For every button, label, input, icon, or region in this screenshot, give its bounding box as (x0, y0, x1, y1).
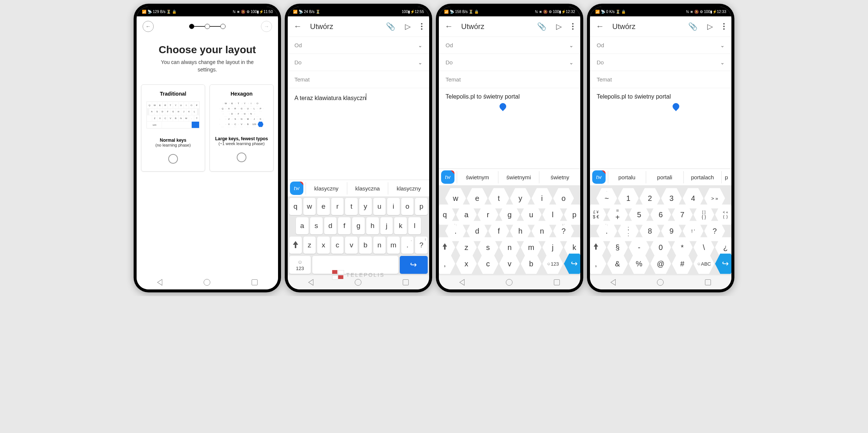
subject-field[interactable]: Temat (288, 71, 429, 88)
back-arrow-icon[interactable]: ← (443, 20, 454, 33)
key-z[interactable]: z (303, 237, 316, 254)
attach-icon[interactable]: 📎 (536, 20, 548, 32)
key-x[interactable]: x (456, 253, 477, 275)
key-v[interactable]: v (499, 253, 520, 275)
key-c[interactable]: c (478, 253, 498, 275)
nav-back-icon[interactable] (610, 279, 616, 286)
send-icon[interactable]: ▷ (555, 20, 563, 32)
radio-traditional[interactable] (168, 154, 178, 164)
key-comma[interactable]: , (590, 253, 606, 275)
key-r[interactable]: r (331, 198, 344, 215)
subject-field[interactable]: Temat (590, 71, 731, 88)
typewise-icon[interactable]: tw (290, 182, 303, 195)
suggestion[interactable]: klasyczna (347, 182, 388, 195)
key-n[interactable]: n (373, 237, 386, 254)
suggestion[interactable]: p (721, 171, 732, 183)
key-question[interactable]: !? (415, 237, 428, 254)
nav-recent-icon[interactable] (252, 279, 258, 285)
suggestion[interactable]: portalu (608, 171, 646, 183)
key-t[interactable]: t (345, 198, 358, 215)
key-123[interactable]: ☺123 (289, 256, 311, 274)
suggestion[interactable]: świetnym (457, 171, 498, 183)
key-123[interactable]: ☺123 (542, 253, 563, 275)
suggestion[interactable]: świetny (539, 171, 580, 183)
key-b[interactable]: b (521, 253, 542, 275)
typewise-icon[interactable]: tw (592, 170, 606, 184)
email-body-input[interactable]: Telepolis.pl to świetny portal (439, 88, 580, 169)
nav-recent-icon[interactable] (554, 279, 560, 285)
back-arrow-icon[interactable]: ← (594, 20, 606, 33)
nav-home-icon[interactable] (355, 279, 361, 286)
key-b[interactable]: b (359, 237, 372, 254)
key-at[interactable]: @ (650, 253, 671, 275)
email-body-input[interactable]: A teraz klawiatura klasyczn (288, 88, 429, 180)
key-y[interactable]: y (359, 198, 372, 215)
back-button[interactable]: ← (143, 21, 154, 32)
more-icon[interactable] (419, 21, 425, 32)
forward-button[interactable]: → (261, 21, 272, 32)
suggestion[interactable]: portali (646, 171, 684, 183)
cursor-handle-icon[interactable] (671, 102, 680, 111)
suggestion[interactable]: portalach (683, 171, 721, 183)
key-d[interactable]: d (324, 217, 337, 234)
key-period[interactable]: ,. (401, 237, 414, 254)
key-enter[interactable] (400, 256, 428, 274)
attach-icon[interactable]: 📎 (687, 20, 699, 32)
suggestion[interactable]: świetnymi (498, 171, 539, 183)
to-field[interactable]: Do ⌄ (288, 54, 429, 71)
suggestion[interactable]: klasyczny (306, 182, 347, 195)
to-field[interactable]: Do ⌄ (439, 54, 580, 71)
key-u[interactable]: u (373, 198, 386, 215)
key-shift[interactable] (289, 237, 302, 254)
key-h[interactable]: h (366, 217, 379, 234)
key-w[interactable]: w (303, 198, 316, 215)
key-hash[interactable]: # (672, 253, 693, 275)
key-m[interactable]: m (387, 237, 400, 254)
radio-hexagon[interactable] (237, 153, 246, 162)
key-x[interactable]: x (317, 237, 330, 254)
key-f[interactable]: f (338, 217, 351, 234)
send-icon[interactable]: ▷ (706, 20, 714, 32)
key-e[interactable]: e (317, 198, 330, 215)
key-comma[interactable]: , (439, 253, 455, 275)
key-i[interactable]: i (387, 198, 400, 215)
back-arrow-icon[interactable]: ← (292, 20, 303, 33)
more-icon[interactable] (721, 21, 727, 32)
send-icon[interactable]: ▷ (403, 20, 412, 32)
suggestion[interactable]: klasyczny (388, 182, 429, 195)
key-enter[interactable] (715, 253, 731, 275)
key-k[interactable]: k (394, 217, 407, 234)
key-j[interactable]: j (380, 217, 393, 234)
key-o[interactable]: o (401, 198, 414, 215)
to-field[interactable]: Do ⌄ (590, 54, 731, 71)
layout-card-traditional[interactable]: Traditional QWERTYUIOP ASDFGHJKL ZXCVBNM… (141, 84, 205, 171)
nav-back-icon[interactable] (157, 279, 162, 286)
key-enter[interactable] (564, 253, 580, 275)
nav-back-icon[interactable] (459, 279, 465, 286)
key-abc[interactable]: ☺ABC (693, 253, 714, 275)
nav-recent-icon[interactable] (705, 279, 711, 285)
subject-field[interactable]: Temat (439, 71, 580, 88)
key-amp[interactable]: & (607, 253, 628, 275)
cursor-handle-icon[interactable] (498, 102, 507, 111)
key-p[interactable]: p (415, 198, 428, 215)
key-g[interactable]: g (352, 217, 365, 234)
from-field[interactable]: Od ⌄ (439, 37, 580, 54)
key-l[interactable]: l (408, 217, 421, 234)
key-s[interactable]: s (310, 217, 323, 234)
attach-icon[interactable]: 📎 (384, 20, 397, 32)
from-field[interactable]: Od ⌄ (590, 37, 731, 54)
email-body-input[interactable]: Telepolis.pl to świetny portal (590, 88, 731, 169)
nav-home-icon[interactable] (204, 279, 210, 286)
key-q[interactable]: q (289, 198, 302, 215)
layout-card-hexagon[interactable]: Hexagon WETYIO QARGULP DFHN ZSNMJK XCVB1… (210, 84, 274, 171)
nav-back-icon[interactable] (308, 279, 313, 286)
nav-recent-icon[interactable] (403, 279, 409, 285)
key-a[interactable]: a (296, 217, 309, 234)
key-c[interactable]: c (331, 237, 344, 254)
typewise-icon[interactable]: tw (441, 170, 454, 184)
key-v[interactable]: v (345, 237, 358, 254)
more-icon[interactable] (570, 21, 576, 32)
from-field[interactable]: Od ⌄ (288, 37, 429, 54)
nav-home-icon[interactable] (657, 279, 664, 286)
